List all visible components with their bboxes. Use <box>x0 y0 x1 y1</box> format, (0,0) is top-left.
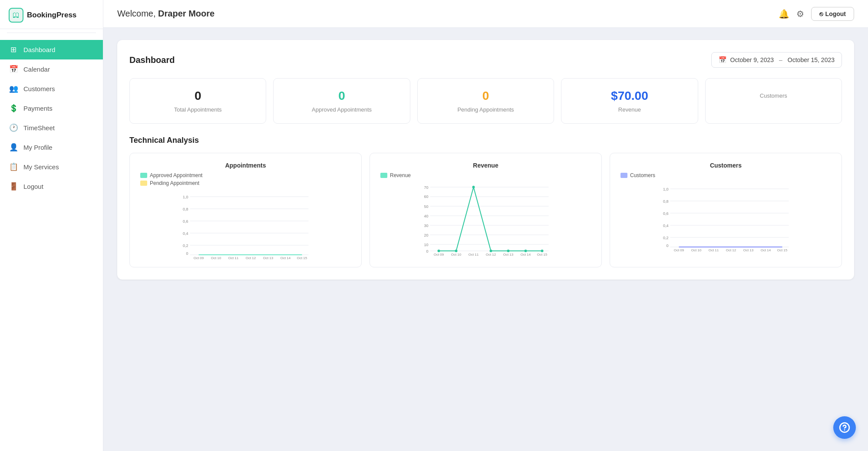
revenue-legend-label: Revenue <box>390 172 411 178</box>
pending-legend-box <box>140 181 147 186</box>
sidebar: 🕮 BookingPress ⊞ Dashboard 📅 Calendar 👥 … <box>0 0 103 451</box>
calendar-icon: 📅 <box>719 56 727 64</box>
revenue-legend-box <box>380 173 387 178</box>
svg-text:0: 0 <box>426 249 428 253</box>
stat-pending-appointments: 0 Pending Appointments <box>417 78 554 124</box>
stat-label: Total Appointments <box>137 106 259 113</box>
svg-text:0: 0 <box>666 244 668 248</box>
svg-text:Oct 10: Oct 10 <box>691 248 702 252</box>
stat-value: 0 <box>425 89 547 103</box>
svg-text:0,4: 0,4 <box>663 224 669 228</box>
sidebar-nav: ⊞ Dashboard 📅 Calendar 👥 Customers 💲 Pay… <box>0 36 103 451</box>
header-actions: 🔔 ⚙ ⎋ Logout <box>779 7 854 21</box>
sidebar-item-logout[interactable]: 🚪 Logout <box>0 177 103 196</box>
main-content: Welcome, Draper Moore 🔔 ⚙ ⎋ Logout Dashb… <box>103 0 868 451</box>
wordpress-icon[interactable]: ⚙ <box>796 9 804 19</box>
svg-text:Oct 15: Oct 15 <box>297 256 307 260</box>
list-icon: 📋 <box>9 162 18 171</box>
svg-text:70: 70 <box>424 185 428 190</box>
svg-text:50: 50 <box>424 204 428 209</box>
svg-text:1,0: 1,0 <box>663 187 669 191</box>
svg-point-45 <box>490 250 492 252</box>
svg-point-42 <box>438 250 440 252</box>
svg-text:60: 60 <box>424 194 428 199</box>
dashboard-header: Dashboard 📅 October 9, 2023 – October 15… <box>129 52 842 68</box>
appointments-legend: Approved Appointment Pending Appointment <box>137 172 354 186</box>
customers-chart-title: Customers <box>617 162 835 169</box>
sidebar-item-label: TimeSheet <box>23 124 55 132</box>
logout-icon: ⎋ <box>819 10 823 17</box>
appointments-chart-title: Appointments <box>137 162 354 169</box>
charts-row: Appointments Approved Appointment Pendin… <box>129 153 842 267</box>
dollar-icon: 💲 <box>9 104 18 113</box>
date-range-picker[interactable]: 📅 October 9, 2023 – October 15, 2023 <box>711 52 842 68</box>
revenue-chart-card: Revenue Revenue 70 60 <box>370 153 602 267</box>
svg-text:40: 40 <box>424 214 428 218</box>
svg-text:Oct 09: Oct 09 <box>434 253 444 257</box>
svg-text:10: 10 <box>424 243 428 247</box>
stat-value: $70.00 <box>568 89 690 103</box>
sidebar-item-label: My Profile <box>23 144 53 151</box>
svg-text:Oct 12: Oct 12 <box>486 253 496 257</box>
stats-row: 0 Total Appointments 0 Approved Appointm… <box>129 78 842 124</box>
svg-text:Oct 14: Oct 14 <box>281 256 291 260</box>
svg-text:Oct 11: Oct 11 <box>228 256 239 260</box>
welcome-text: Welcome, Draper Moore <box>117 9 215 19</box>
stat-value: 0 <box>137 89 259 103</box>
sidebar-item-calendar[interactable]: 📅 Calendar <box>0 59 103 79</box>
user-name: Draper Moore <box>158 9 215 18</box>
legend-customers: Customers <box>620 172 835 178</box>
svg-text:Oct 12: Oct 12 <box>726 248 736 252</box>
svg-text:Oct 10: Oct 10 <box>211 256 221 260</box>
stat-customers: Customers <box>705 78 842 124</box>
svg-text:0,8: 0,8 <box>183 207 188 211</box>
sidebar-divider <box>7 33 96 33</box>
sidebar-item-my-services[interactable]: 📋 My Services <box>0 157 103 177</box>
sidebar-item-timesheet[interactable]: 🕐 TimeSheet <box>0 118 103 138</box>
logout-button[interactable]: ⎋ Logout <box>811 7 854 21</box>
sidebar-item-my-profile[interactable]: 👤 My Profile <box>0 138 103 157</box>
svg-text:Oct 11: Oct 11 <box>469 253 479 257</box>
svg-text:Oct 15: Oct 15 <box>777 248 788 252</box>
svg-point-46 <box>507 250 510 252</box>
customers-legend-label: Customers <box>630 172 655 178</box>
help-float-button[interactable] <box>833 416 856 439</box>
person-icon: 👤 <box>9 143 18 152</box>
notification-icon[interactable]: 🔔 <box>779 9 789 19</box>
svg-text:0,8: 0,8 <box>663 199 669 204</box>
users-icon: 👥 <box>9 84 18 93</box>
analysis-title: Technical Analysis <box>129 136 842 145</box>
svg-text:Oct 13: Oct 13 <box>503 253 514 257</box>
revenue-legend: Revenue <box>377 172 594 178</box>
customers-chart: 1,0 0,8 0,6 0,4 0,2 0 <box>617 183 835 254</box>
stat-total-appointments: 0 Total Appointments <box>129 78 266 124</box>
sidebar-item-customers[interactable]: 👥 Customers <box>0 79 103 99</box>
svg-text:Oct 09: Oct 09 <box>194 256 204 260</box>
svg-text:Oct 14: Oct 14 <box>761 248 771 252</box>
svg-text:Oct 10: Oct 10 <box>451 253 462 257</box>
svg-text:0,4: 0,4 <box>183 231 188 236</box>
date-separator: – <box>779 56 782 63</box>
svg-point-48 <box>541 250 544 252</box>
sidebar-item-label: Logout <box>23 183 43 190</box>
revenue-chart: 70 60 50 40 30 20 10 0 <box>377 183 594 260</box>
dashboard-title: Dashboard <box>129 55 175 65</box>
sidebar-item-dashboard[interactable]: ⊞ Dashboard <box>0 40 103 59</box>
logo-text: BookingPress <box>27 11 76 20</box>
appointments-chart: 1,0 0,8 0,6 0,4 0,2 0 <box>137 191 354 262</box>
svg-text:0,6: 0,6 <box>663 211 669 216</box>
sidebar-item-payments[interactable]: 💲 Payments <box>0 99 103 118</box>
svg-text:1,0: 1,0 <box>183 195 188 199</box>
svg-text:Oct 12: Oct 12 <box>246 256 256 260</box>
customers-chart-card: Customers Customers 1,0 0,8 <box>610 153 842 267</box>
sidebar-item-label: Payments <box>23 105 53 112</box>
pending-legend-label: Pending Appointment <box>150 180 199 186</box>
sidebar-item-label: Dashboard <box>23 46 55 53</box>
svg-point-44 <box>472 186 475 188</box>
sidebar-item-label: Calendar <box>23 66 50 73</box>
stat-label: Customers <box>713 92 835 99</box>
exit-icon: 🚪 <box>9 182 18 191</box>
grid-icon: ⊞ <box>9 45 18 54</box>
approved-legend-label: Approved Appointment <box>150 172 202 178</box>
logo-area[interactable]: 🕮 BookingPress <box>0 0 103 29</box>
